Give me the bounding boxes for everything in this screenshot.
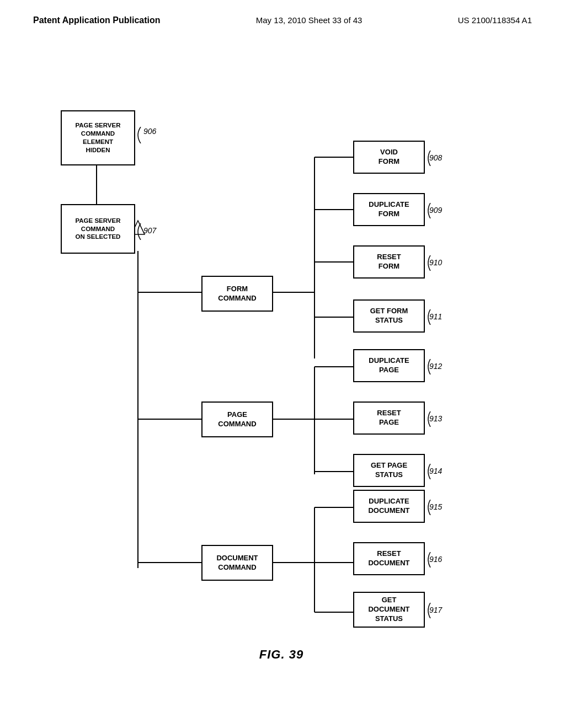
header-center: May 13, 2010 Sheet 33 of 43 (256, 15, 363, 25)
brace-908 (426, 151, 437, 166)
duplicate-form-box: DUPLICATE FORM (353, 193, 425, 226)
brace-917 (426, 603, 437, 618)
duplicate-document-box: DUPLICATE DOCUMENT (353, 490, 425, 523)
brace-909 (426, 203, 437, 218)
figure-label: FIG. 39 (259, 647, 303, 662)
page-header: Patent Application Publication May 13, 2… (0, 0, 565, 25)
brace-907 (135, 223, 146, 240)
brace-910 (426, 255, 437, 271)
get-page-status-box: GET PAGE STATUS (353, 454, 425, 487)
duplicate-page-box: DUPLICATE PAGE (353, 349, 425, 382)
page-command-box: PAGE COMMAND (201, 402, 273, 437)
header-right: US 2100/118354 A1 (458, 15, 532, 25)
brace-913 (426, 411, 437, 427)
brace-912 (426, 359, 437, 374)
brace-906 (135, 127, 146, 143)
reset-page-box: RESET PAGE (353, 402, 425, 435)
brace-915 (426, 500, 437, 515)
brace-914 (426, 464, 437, 479)
get-form-status-box: GET FORM STATUS (353, 299, 425, 333)
get-document-status-box: GET DOCUMENT STATUS (353, 592, 425, 628)
form-command-box: FORM COMMAND (201, 276, 273, 312)
header-left: Patent Application Publication (33, 15, 161, 25)
page-server-on-selected-box: PAGE SERVER COMMAND ON SELECTED (61, 204, 135, 254)
document-command-box: DOCUMENT COMMAND (201, 545, 273, 581)
page-server-element-box: PAGE SERVER COMMAND ELEMENT HIDDEN (61, 110, 135, 165)
brace-911 (426, 309, 437, 325)
diagram-lines (33, 88, 530, 667)
void-form-box: VOID FORM (353, 141, 425, 174)
reset-form-box: RESET FORM (353, 245, 425, 279)
brace-916 (426, 552, 437, 568)
reset-document-box: RESET DOCUMENT (353, 542, 425, 575)
diagram: PAGE SERVER COMMAND ELEMENT HIDDEN 906 P… (33, 88, 530, 667)
